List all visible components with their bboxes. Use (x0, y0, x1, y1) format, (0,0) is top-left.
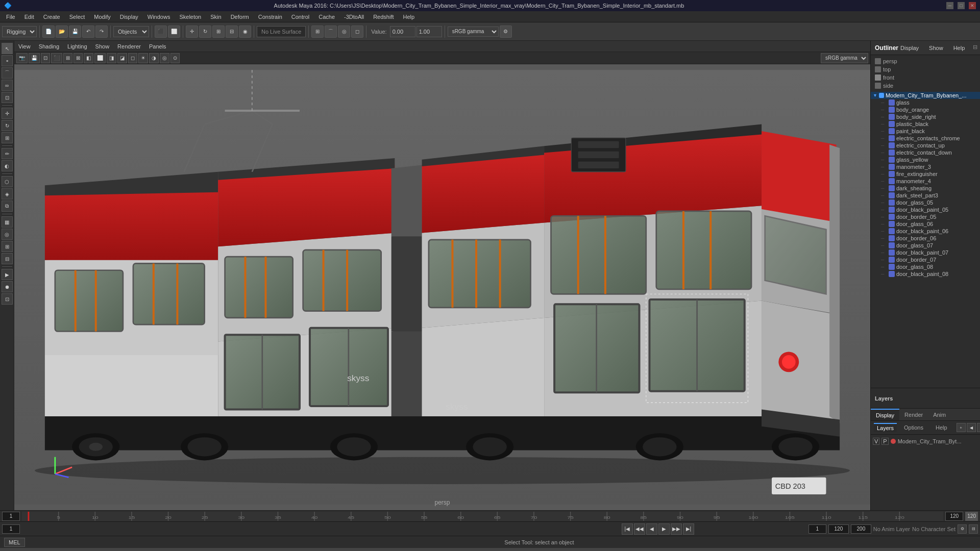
menu-help[interactable]: Help (399, 13, 419, 21)
select-mode-button[interactable]: ↖ (2, 43, 13, 54)
menu-skeleton[interactable]: Skeleton (175, 13, 205, 21)
menu-windows[interactable]: Windows (143, 13, 175, 21)
current-frame-right[interactable] (808, 524, 826, 534)
retopo-button[interactable]: ⧉ (2, 201, 13, 212)
go-end-button[interactable]: ▶| (683, 523, 694, 535)
anim-settings-button[interactable]: ⊟ (969, 524, 978, 534)
tree-item[interactable]: ─ body_side_right (871, 113, 980, 120)
vt-iso-button[interactable]: ⊙ (170, 53, 180, 63)
minimize-button[interactable]: ─ (946, 2, 953, 9)
rb-tab-help[interactable]: Help (930, 423, 952, 432)
show-render-button[interactable]: ⊡ (2, 293, 13, 305)
window-controls[interactable]: ─ □ ✕ (946, 2, 976, 9)
brush-button[interactable]: ✏ (2, 148, 13, 159)
vt-light-button[interactable]: ☀ (138, 53, 148, 63)
menu-select[interactable]: Select (65, 13, 89, 21)
vt-grid2-button[interactable]: ⊞ (63, 53, 72, 63)
menu-control[interactable]: Control (287, 13, 313, 21)
select-tool-button[interactable]: ⬛ (155, 26, 167, 38)
tree-item[interactable]: ─ plastic_black (871, 120, 980, 128)
step-back-button[interactable]: ◀◀ (634, 523, 645, 535)
tree-item[interactable]: ─ door_black_paint_05 (871, 206, 980, 213)
range-end-input[interactable] (851, 524, 871, 534)
layer-row[interactable]: V P Modern_City_Tram_Byt... (873, 437, 978, 446)
tree-item[interactable]: ─ door_glass_07 (871, 242, 980, 249)
play-back-button[interactable]: ◀ (646, 523, 657, 535)
vt-film-button[interactable]: ⬛ (51, 53, 62, 63)
menu-redshift[interactable]: Redshift (369, 13, 398, 21)
tree-item[interactable]: ─ door_border_06 (871, 235, 980, 242)
snap-curve-button[interactable]: ⌒ (325, 26, 337, 38)
menu-3dtoall[interactable]: -3DtoAll (340, 13, 368, 21)
go-start-button[interactable]: |◀ (622, 523, 633, 535)
outliner-tab-show[interactable]: Show (927, 44, 945, 52)
display-mode-button[interactable]: ▦ (2, 216, 13, 228)
current-frame-left[interactable] (2, 524, 20, 534)
vt-tex-button[interactable]: ◪ (117, 53, 127, 63)
new-scene-button[interactable]: 📄 (42, 26, 55, 38)
menu-modify[interactable]: Modify (90, 13, 114, 21)
tree-item[interactable]: ─ door_glass_08 (871, 263, 980, 270)
maximize-button[interactable]: □ (958, 2, 965, 9)
tree-item[interactable]: ─ paint_black (871, 128, 980, 135)
rb-tab-options[interactable]: Options (899, 423, 928, 432)
tree-item[interactable]: ─ manometer_3 (871, 163, 980, 170)
scale-field[interactable] (416, 26, 442, 37)
timeline[interactable]: 5 10 15 20 25 30 35 40 45 50 5 (22, 512, 943, 521)
range-start-input[interactable] (828, 524, 849, 534)
move-button[interactable]: ✛ (2, 108, 13, 119)
camera-front-item[interactable]: front (871, 73, 980, 82)
paint-select-button[interactable]: ⚬ (2, 55, 13, 66)
tree-item[interactable]: ─ dark_steel_part3 (871, 192, 980, 199)
vt-xray-button[interactable]: ◎ (160, 53, 169, 63)
tree-item[interactable]: ─ body_orange (871, 106, 980, 113)
tree-item[interactable]: ─ fire_extinguisher (871, 170, 980, 178)
render-button[interactable]: ▶ (2, 269, 13, 280)
poly-model-button[interactable]: ⬡ (2, 176, 13, 187)
menu-deform[interactable]: Deform (227, 13, 253, 21)
vt-wire-button[interactable]: ⬜ (94, 53, 106, 63)
isolate-button[interactable]: ◎ (2, 229, 13, 240)
tree-root-item[interactable]: ▼ Modern_City_Tram_Bybanen_... (871, 92, 980, 99)
save-scene-button[interactable]: 💾 (69, 26, 81, 38)
camera-top-item[interactable]: top (871, 65, 980, 73)
ipr-button[interactable]: ⏺ (2, 281, 13, 292)
tree-item[interactable]: ─ door_black_paint_06 (871, 228, 980, 235)
rb-tab-render[interactable]: Render (899, 409, 928, 420)
vt-save-button[interactable]: 💾 (29, 53, 40, 63)
viewport-shading-menu[interactable]: Shading (35, 41, 63, 52)
tree-item[interactable]: ─ manometer_4 (871, 178, 980, 185)
scale-button[interactable]: ⊞ (2, 132, 13, 143)
vt-shade1-button[interactable]: ◧ (84, 53, 93, 63)
menu-display[interactable]: Display (116, 13, 142, 21)
mel-indicator[interactable]: MEL (4, 538, 25, 547)
frame-start-input[interactable] (2, 512, 20, 521)
rotate-tool-button[interactable]: ↻ (199, 26, 211, 38)
tree-item[interactable]: ─ glass (871, 99, 980, 106)
viewport-gamma-select[interactable]: sRGB gamma (821, 53, 868, 63)
outliner-tab-help[interactable]: Help (951, 44, 967, 52)
gamma-dropdown[interactable]: sRGB gamma (448, 27, 499, 37)
vp-toggle[interactable]: V (873, 438, 879, 445)
sculpt-button[interactable]: ◐ (2, 160, 13, 171)
menu-cache[interactable]: Cache (314, 13, 339, 21)
vt-shade2-button[interactable]: ◨ (107, 53, 116, 63)
vt-frame-button[interactable]: ⊡ (41, 53, 50, 63)
tree-item[interactable]: ─ door_border_07 (871, 256, 980, 263)
redo-button[interactable]: ↷ (95, 26, 108, 38)
outliner-tree[interactable]: ▼ Modern_City_Tram_Bybanen_... ─ glass ─… (871, 92, 980, 388)
render-settings-button[interactable]: ⚙ (500, 26, 512, 38)
measure-button[interactable]: ⊟ (2, 253, 13, 264)
universal-manip-button[interactable]: ⊟ (226, 26, 238, 38)
camera-side-item[interactable]: side (871, 82, 980, 90)
value-field[interactable] (390, 26, 415, 37)
soft-select-button[interactable]: ◉ (239, 26, 251, 38)
vt-smooth-button[interactable]: ◻ (128, 53, 137, 63)
vt-cam-button[interactable]: 📷 (16, 53, 28, 63)
outliner-resize-button[interactable]: ⊟ (973, 44, 977, 52)
snap-grid-button[interactable]: ⊞ (311, 26, 324, 38)
viewport-view-menu[interactable]: View (14, 41, 35, 52)
menu-file[interactable]: File (2, 13, 19, 21)
outliner-tab-display[interactable]: Display (898, 44, 921, 52)
open-scene-button[interactable]: 📂 (56, 26, 68, 38)
